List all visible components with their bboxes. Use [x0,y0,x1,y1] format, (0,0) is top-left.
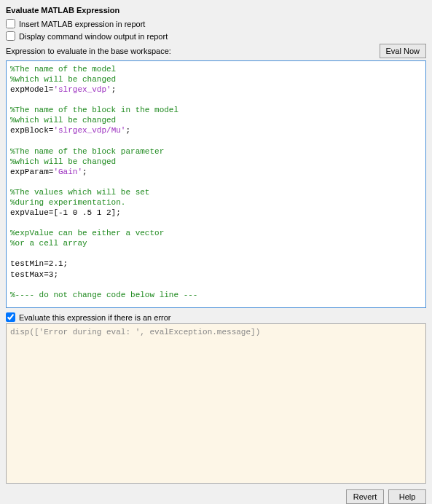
footer-buttons: Revert Help [6,489,426,504]
code-line: %which will be changed [10,75,116,84]
insert-expr-row: Insert MATLAB expression in report [6,19,426,28]
code-line: ; [125,126,130,135]
code-line: expParam= [10,168,53,176]
code-line: ; [111,85,117,94]
code-line: testMin=2.1; [10,259,68,268]
display-output-checkbox[interactable] [6,31,15,41]
code-line: 'slrgex_vdp/Mu' [53,126,125,135]
help-button[interactable]: Help [388,489,426,504]
expression-label: Expression to evaluate in the base works… [6,47,171,55]
revert-button[interactable]: Revert [346,489,384,504]
display-output-label: Display command window output in report [19,32,168,41]
eval-now-button[interactable]: Eval Now [380,44,426,58]
display-output-row: Display command window output in report [6,31,426,41]
expression-label-row: Expression to evaluate in the base works… [6,44,426,58]
code-line: %---- do not change code below line --- [10,291,197,299]
eval-error-label: Evaluate this expression if there is an … [19,313,171,322]
code-line: 'slrgex_vdp' [53,85,111,94]
eval-error-checkbox[interactable] [6,312,15,322]
code-line: %The values which will be set [10,188,149,197]
code-line: %or a cell array [10,239,87,248]
panel-title: Evaluate MATLAB Expression [6,6,426,15]
code-line: 'Gain' [53,168,82,176]
code-line: ; [82,168,87,176]
code-line: expBlock= [10,126,53,135]
insert-expr-checkbox[interactable] [6,19,15,28]
code-line: expValue=[-1 0 .5 1 2]; [10,208,121,217]
code-line: %The name of the model [10,65,116,74]
code-line: %during experimentation. [10,198,125,207]
code-line: %which will be changed [10,116,116,125]
code-line: %expValue can be either a vector [10,229,164,237]
code-line: expModel= [10,85,53,94]
error-expression-editor[interactable]: disp(['Error during eval: ', evalExcepti… [6,323,426,484]
code-line: %The name of the block parameter [10,147,164,156]
insert-expr-label: Insert MATLAB expression in report [19,20,145,28]
code-line: testMax=3; [10,270,58,279]
eval-error-row: Evaluate this expression if there is an … [6,312,426,322]
code-line: %The name of the block in the model [10,106,178,114]
code-line: %which will be changed [10,157,116,166]
expression-editor[interactable]: %The name of the model %which will be ch… [6,60,426,308]
